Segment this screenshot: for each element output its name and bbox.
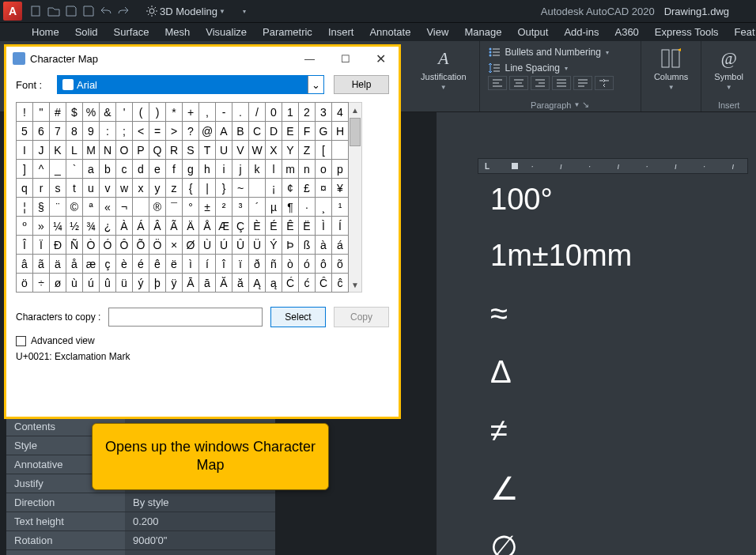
char-cell[interactable]: ² <box>216 198 232 217</box>
tab-output[interactable]: Output <box>517 26 548 38</box>
char-cell[interactable]: n <box>299 160 316 179</box>
char-cell[interactable]: * <box>166 103 183 122</box>
tab-annotate[interactable]: Annotate <box>369 26 410 38</box>
char-cell[interactable]: ë <box>166 255 183 274</box>
char-cell[interactable]: t <box>66 179 83 198</box>
char-cell[interactable]: 8 <box>66 122 83 141</box>
char-cell[interactable]: X <box>266 141 282 160</box>
open-icon[interactable] <box>47 5 60 17</box>
dialog-launcher-icon[interactable]: ↘ <box>582 100 589 110</box>
char-cell[interactable]: h <box>199 160 216 179</box>
char-cell[interactable]: ¡ <box>266 179 282 198</box>
tab-solid[interactable]: Solid <box>75 26 98 38</box>
char-cell[interactable]: / <box>249 103 266 122</box>
char-cell[interactable]: ? <box>183 122 199 141</box>
char-cell[interactable]: , <box>199 103 216 122</box>
char-cell[interactable]: Ø <box>183 236 199 255</box>
char-cell[interactable]: 0 <box>266 103 282 122</box>
align-center-button[interactable] <box>509 76 528 90</box>
char-cell[interactable]: ° <box>183 198 199 217</box>
char-cell[interactable]: d <box>133 160 149 179</box>
char-cell[interactable]: ą <box>266 274 282 293</box>
align-left-button[interactable] <box>488 76 507 90</box>
workspace-switcher[interactable]: 3D Modeling ▼ ▾ <box>146 5 246 17</box>
char-cell[interactable]: û <box>100 274 116 293</box>
property-value[interactable]: 0.200 <box>125 512 275 530</box>
char-cell[interactable]: ® <box>149 198 166 217</box>
char-cell[interactable]: Ð <box>50 236 66 255</box>
char-cell[interactable]: g <box>183 160 199 179</box>
align-right-button[interactable] <box>531 76 550 90</box>
char-cell[interactable]: + <box>183 103 199 122</box>
char-cell[interactable]: ) <box>149 103 166 122</box>
char-cell[interactable]: p <box>332 160 349 179</box>
copy-button[interactable]: Copy <box>334 307 389 327</box>
char-cell[interactable]: y <box>149 179 166 198</box>
char-cell[interactable]: . <box>232 103 249 122</box>
char-cell[interactable]: x <box>133 179 149 198</box>
char-cell[interactable]: ç <box>100 255 116 274</box>
tab-view[interactable]: View <box>426 26 448 38</box>
char-cell[interactable]: 3 <box>316 103 332 122</box>
char-cell[interactable]: È <box>249 217 266 236</box>
char-cell[interactable]: 4 <box>332 103 349 122</box>
char-cell[interactable]: Z <box>299 141 316 160</box>
linespacing-button[interactable]: Line Spacing ▾ <box>488 60 633 76</box>
char-cell[interactable]: ´ <box>249 198 266 217</box>
app-logo[interactable]: A <box>3 2 22 21</box>
char-cell[interactable]: £ <box>299 179 316 198</box>
char-cell[interactable]: ¨ <box>50 198 66 217</box>
char-cell[interactable]: © <box>66 198 83 217</box>
char-cell[interactable]: i <box>216 160 232 179</box>
char-cell[interactable]: ì <box>183 255 199 274</box>
char-cell[interactable]: 5 <box>17 122 33 141</box>
char-cell[interactable]: b <box>100 160 116 179</box>
char-cell[interactable]: $ <box>66 103 83 122</box>
char-cell[interactable]: À <box>116 217 133 236</box>
char-cell[interactable]: Ñ <box>66 236 83 255</box>
scroll-up-icon[interactable]: ▲ <box>349 103 361 117</box>
char-cell[interactable]: 6 <box>33 122 50 141</box>
char-cell[interactable]: ^ <box>33 160 50 179</box>
char-cell[interactable]: ô <box>316 255 332 274</box>
char-cell[interactable]: ½ <box>66 217 83 236</box>
property-value[interactable]: 1.000 <box>125 550 275 555</box>
char-cell[interactable]: ò <box>282 255 299 274</box>
char-cell[interactable]: M <box>83 141 100 160</box>
char-cell[interactable]: Õ <box>133 236 149 255</box>
char-cell[interactable]: V <box>232 141 249 160</box>
char-cell[interactable]: É <box>266 217 282 236</box>
char-cell[interactable]: ý <box>133 274 149 293</box>
char-cell[interactable]: < <box>133 122 149 141</box>
char-cell[interactable]: ¶ <box>282 198 299 217</box>
char-cell[interactable]: ø <box>50 274 66 293</box>
char-cell[interactable]: K <box>50 141 66 160</box>
char-cell[interactable]: ā <box>199 274 216 293</box>
new-icon[interactable] <box>30 5 43 17</box>
columns-button[interactable]: Columns ▼ <box>649 44 693 94</box>
align-special-button[interactable] <box>595 76 614 90</box>
char-cell[interactable]: à <box>316 236 332 255</box>
char-cell[interactable]: C <box>249 122 266 141</box>
char-cell[interactable]: Î <box>17 236 33 255</box>
char-cell[interactable]: ¯ <box>166 198 183 217</box>
property-row[interactable]: Text height0.200 <box>6 512 275 530</box>
char-cell[interactable]: ñ <box>266 255 282 274</box>
char-cell[interactable]: æ <box>83 255 100 274</box>
char-cell[interactable]: ~ <box>232 179 249 198</box>
align-dist-button[interactable] <box>573 76 592 90</box>
char-cell[interactable]: A <box>216 122 232 141</box>
char-cell[interactable]: ` <box>66 160 83 179</box>
char-cell[interactable]: Ì <box>316 217 332 236</box>
tab-a360[interactable]: A360 <box>614 26 638 38</box>
symbol-button[interactable]: @ Symbol ▼ <box>709 44 748 94</box>
select-button[interactable]: Select <box>270 307 326 327</box>
character-grid[interactable]: !"#$%&'()*+,-./0123456789:;<=>?@ABCDEFGH… <box>16 102 349 293</box>
char-cell[interactable]: Y <box>282 141 299 160</box>
char-cell[interactable]: f <box>166 160 183 179</box>
font-combobox[interactable]: Arial ⌄ <box>57 75 324 94</box>
char-cell[interactable]: Ĉ <box>316 274 332 293</box>
char-cell[interactable]: Ò <box>83 236 100 255</box>
char-cell[interactable]: | <box>199 179 216 198</box>
char-cell[interactable]: S <box>183 141 199 160</box>
